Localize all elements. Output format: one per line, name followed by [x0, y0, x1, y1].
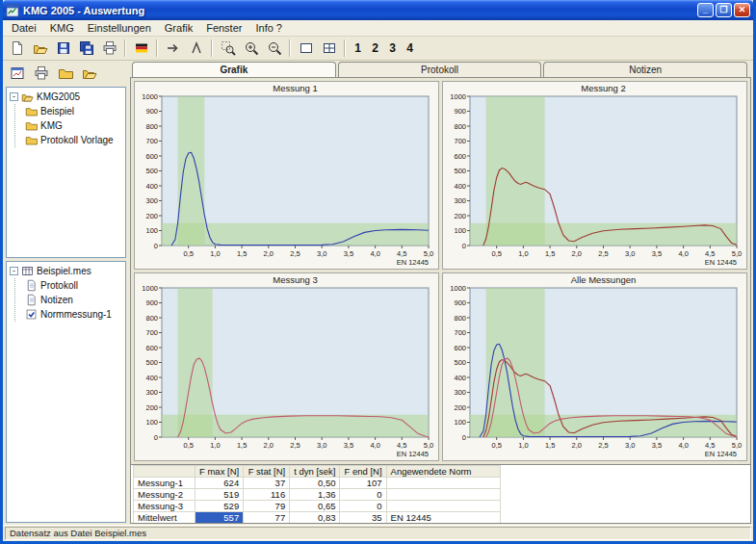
sidebar: -KMG2005BeispielKMGProtokoll Vorlage -Be…: [3, 61, 129, 525]
zoom-select-button[interactable]: [217, 38, 239, 59]
row-label: Messung-3: [134, 501, 196, 512]
view-3-button[interactable]: 3: [384, 38, 401, 59]
tree-item[interactable]: KMG: [17, 118, 124, 133]
tree-item[interactable]: Notizen: [17, 293, 124, 307]
open-button[interactable]: [29, 38, 51, 59]
svg-text:2,0: 2,0: [264, 441, 274, 450]
menu-grafik[interactable]: Grafik: [158, 21, 199, 35]
cell-value: [386, 478, 500, 489]
tab-grafik[interactable]: Grafik: [132, 62, 336, 77]
table-row[interactable]: Messung-1624370,50107: [134, 478, 501, 489]
app-window: KMG 2005 - Auswertung _ ❐ ✕ DateiKMGEins…: [0, 0, 756, 544]
table-row[interactable]: Mittelwert557770,8335EN 12445: [134, 512, 501, 524]
chart-panel-2[interactable]: Messung 20100200300400500600700800900100…: [442, 81, 747, 270]
menu-datei[interactable]: Datei: [5, 21, 43, 35]
project-tree-root[interactable]: -KMG2005: [8, 90, 124, 104]
folder-button[interactable]: [54, 64, 76, 84]
print-button[interactable]: [98, 38, 120, 59]
quad-view-button[interactable]: [318, 38, 340, 59]
svg-text:100: 100: [454, 418, 466, 427]
new-icon: [10, 40, 25, 56]
minimize-button[interactable]: _: [697, 3, 714, 17]
svg-text:700: 700: [145, 328, 158, 337]
menu-fenster[interactable]: Fenster: [199, 21, 248, 35]
sidebar-toolbar: [6, 63, 126, 84]
tree-item-label: Normmessung-1: [40, 309, 112, 320]
save-button[interactable]: [52, 38, 74, 59]
svg-text:400: 400: [454, 182, 466, 191]
tree-item[interactable]: Beispiel: [17, 104, 124, 118]
svg-text:4,5: 4,5: [397, 249, 406, 258]
cell-value: [386, 489, 500, 501]
zoom-in-button[interactable]: [240, 38, 262, 59]
svg-text:3,5: 3,5: [344, 249, 353, 258]
svg-text:Messung 2: Messung 2: [581, 83, 625, 93]
folder-open-button[interactable]: [78, 64, 100, 84]
tree-item-label: Notizen: [40, 295, 73, 305]
tab-strip: GrafikProtokollNotizen: [130, 62, 751, 77]
arrow-right-button[interactable]: [162, 38, 184, 59]
german-flag-button[interactable]: [130, 38, 152, 59]
new-button[interactable]: [6, 38, 28, 59]
svg-text:2,5: 2,5: [598, 441, 608, 450]
quad-view-icon: [322, 40, 337, 56]
svg-text:200: 200: [145, 212, 158, 220]
tree-item-label: KMG: [40, 120, 63, 131]
chart-panel-3[interactable]: Messung 30100200300400500600700800900100…: [134, 272, 439, 461]
tree-item[interactable]: Protokoll Vorlage: [17, 133, 124, 147]
file-tree-root[interactable]: -Beispiel.mes: [8, 264, 124, 278]
svg-text:300: 300: [145, 196, 158, 205]
toolbar-separator: [344, 39, 346, 57]
menu-info[interactable]: Info ?: [248, 21, 289, 35]
chart-panel-4[interactable]: Alle Messungen01002003004005006007008009…: [442, 272, 747, 461]
svg-text:1000: 1000: [450, 284, 466, 293]
expander-icon[interactable]: -: [10, 92, 18, 101]
results-table-area: F max [N]F stat [N]t dyn [sek]F end [N]A…: [131, 464, 750, 523]
tree-item-label: Protokoll: [40, 280, 78, 291]
folder-icon: [25, 119, 38, 132]
cursor-button[interactable]: [185, 38, 207, 59]
svg-text:500: 500: [145, 167, 158, 175]
svg-text:300: 300: [145, 388, 158, 397]
chart-window-icon: [10, 65, 25, 81]
app-icon: [6, 4, 19, 17]
project-tree[interactable]: -KMG2005BeispielKMGProtokoll Vorlage: [6, 87, 126, 258]
maximize-button[interactable]: ❐: [716, 3, 732, 17]
file-tree[interactable]: -Beispiel.mesProtokollNotizenNormmessung…: [6, 261, 126, 523]
cell-value: 529: [196, 501, 244, 512]
printer-button[interactable]: [30, 64, 52, 84]
chart-window-button[interactable]: [6, 64, 28, 84]
tree-item[interactable]: Protokoll: [17, 278, 124, 293]
single-view-button[interactable]: [295, 38, 317, 59]
tree-root-label: KMG2005: [37, 91, 80, 102]
svg-text:700: 700: [145, 137, 158, 145]
tree-item[interactable]: Normmessung-1: [17, 307, 124, 322]
expander-icon[interactable]: -: [10, 267, 18, 275]
column-header: F end [N]: [340, 466, 386, 478]
menu-einstellungen[interactable]: Einstellungen: [81, 21, 158, 35]
view-4-button[interactable]: 4: [402, 38, 418, 59]
save-all-button[interactable]: [75, 38, 97, 59]
view-1-button[interactable]: 1: [350, 38, 366, 59]
zoom-out-button[interactable]: [263, 38, 285, 59]
table-row[interactable]: Messung-3529790,650: [134, 501, 501, 512]
table-row[interactable]: Messung-25191161,360: [134, 489, 501, 501]
svg-text:1,0: 1,0: [210, 441, 220, 450]
arrow-right-icon: [166, 40, 181, 56]
svg-text:0,5: 0,5: [491, 249, 501, 258]
folder-icon: [25, 134, 38, 146]
svg-text:600: 600: [145, 152, 158, 161]
chart-canvas: Alle Messungen01002003004005006007008009…: [443, 273, 746, 460]
tab-notizen[interactable]: Notizen: [543, 62, 747, 77]
close-button[interactable]: ✕: [734, 3, 750, 17]
cell-value: 557: [196, 512, 244, 524]
save-icon: [56, 40, 71, 56]
menu-kmg[interactable]: KMG: [43, 21, 81, 35]
main-toolbar: 1234: [3, 37, 753, 61]
zoom-in-icon: [244, 40, 259, 56]
chart-panel-1[interactable]: Messung 10100200300400500600700800900100…: [134, 81, 439, 270]
view-2-button[interactable]: 2: [367, 38, 383, 59]
titlebar[interactable]: KMG 2005 - Auswertung _ ❐ ✕: [3, 0, 753, 20]
svg-text:Messung 1: Messung 1: [273, 83, 317, 93]
tab-protokoll[interactable]: Protokoll: [338, 62, 542, 77]
